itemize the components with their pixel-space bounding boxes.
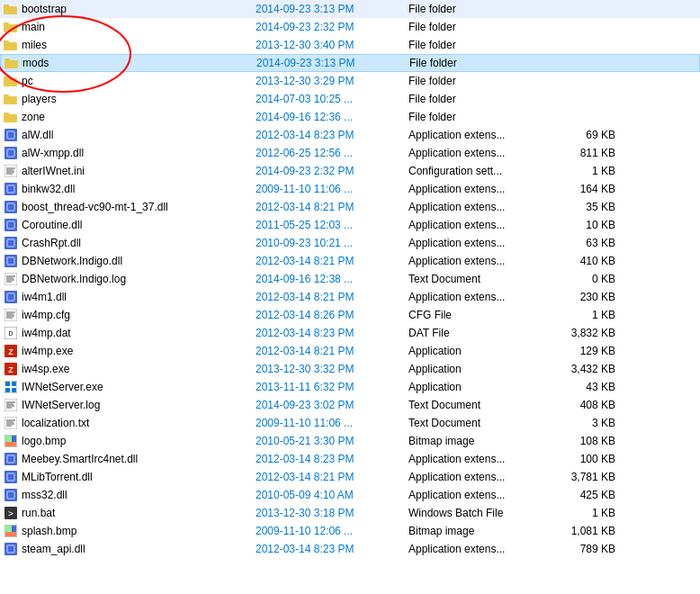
col-name: miles [4, 38, 256, 52]
svg-rect-1 [4, 4, 9, 8]
file-row[interactable]: CrashRpt.dll2010-09-23 10:21 ...Applicat… [0, 234, 700, 252]
col-name: DBNetwork.Indigo.dll [4, 254, 256, 268]
file-row[interactable]: IWNetServer.log2014-09-23 3:02 PMText Do… [0, 396, 700, 414]
file-name: mods [22, 57, 49, 69]
col-size: 129 KB [543, 345, 615, 357]
exe2-icon: Z [4, 344, 18, 358]
col-date: 2014-09-23 2:32 PM [256, 165, 408, 177]
col-size: 10 KB [543, 219, 615, 231]
file-row[interactable]: splash.bmp2009-11-10 12:06 ...Bitmap ima… [0, 522, 700, 540]
col-date: 2013-12-30 3:40 PM [256, 39, 408, 51]
col-date: 2014-09-16 12:38 ... [256, 273, 408, 285]
dll-icon [4, 452, 18, 466]
col-name: Z iw4mp.exe [4, 344, 256, 358]
file-name: players [22, 93, 57, 105]
svg-rect-68 [12, 436, 16, 442]
file-row[interactable]: Coroutine.dll2011-05-25 12:03 ...Applica… [0, 216, 700, 234]
file-row[interactable]: MLibTorrent.dll2012-03-14 8:21 PMApplica… [0, 468, 700, 486]
col-date: 2012-03-14 8:21 PM [256, 255, 408, 267]
folder-icon [4, 74, 18, 88]
file-name: iw4mp.dat [22, 327, 71, 339]
folder-icon [4, 2, 18, 16]
col-size: 3,832 KB [543, 327, 615, 339]
file-row[interactable]: miles2013-12-30 3:40 PMFile folder [0, 36, 700, 54]
col-type: File folder [408, 39, 543, 51]
file-row[interactable]: boost_thread-vc90-mt-1_37.dll2012-03-14 … [0, 198, 700, 216]
col-name: CrashRpt.dll [4, 236, 256, 250]
col-type: Windows Batch File [408, 507, 543, 519]
col-size: 100 KB [543, 453, 615, 465]
svg-rect-13 [4, 112, 9, 116]
file-row[interactable]: zone2014-09-16 12:36 ...File folder [0, 108, 700, 126]
file-row[interactable]: alW.dll2012-03-14 8:23 PMApplication ext… [0, 126, 700, 144]
col-type: File folder [409, 57, 544, 69]
file-name: Meebey.SmartIrc4net.dll [22, 453, 138, 465]
file-row[interactable]: alW-xmpp.dll2012-06-25 12:56 ...Applicat… [0, 144, 700, 162]
file-name: DBNetwork.Indigo.dll [22, 255, 122, 267]
file-row[interactable]: DBNetwork.Indigo.log2014-09-16 12:38 ...… [0, 270, 700, 288]
file-row[interactable]: pc2013-12-30 3:29 PMFile folder [0, 72, 700, 90]
file-row[interactable]: D iw4mp.dat2012-03-14 8:23 PMDAT File3,8… [0, 324, 700, 342]
col-size: 811 KB [543, 147, 615, 159]
col-name: alW.dll [4, 128, 256, 142]
file-row[interactable]: logo.bmp2010-05-21 3:30 PMBitmap image10… [0, 432, 700, 450]
svg-rect-54 [5, 388, 10, 392]
file-row[interactable]: bootstrap2014-09-23 3:13 PMFile folder [0, 0, 700, 18]
svg-rect-69 [5, 442, 16, 446]
col-name: MLibTorrent.dll [4, 470, 256, 484]
svg-text:Z: Z [8, 365, 13, 374]
col-type: Application [408, 363, 543, 375]
file-row[interactable]: Meebey.SmartIrc4net.dll2012-03-14 8:23 P… [0, 450, 700, 468]
svg-rect-33 [4, 273, 17, 285]
col-date: 2012-03-14 8:21 PM [256, 201, 408, 213]
cfg-icon [4, 308, 18, 322]
file-row[interactable]: binkw32.dll2009-11-10 11:06 ...Applicati… [0, 180, 700, 198]
file-row[interactable]: iw4mp.cfg2012-03-14 8:26 PMCFG File1 KB [0, 306, 700, 324]
file-row[interactable]: IWNetServer.exe2013-11-11 6:32 PMApplica… [0, 378, 700, 396]
txt-icon [4, 416, 18, 430]
col-name: mss32.dll [4, 488, 256, 502]
file-name: iw4m1.dll [22, 291, 67, 303]
file-row[interactable]: DBNetwork.Indigo.dll2012-03-14 8:21 PMAp… [0, 252, 700, 270]
file-row[interactable]: mss32.dll2010-05-09 4:10 AMApplication e… [0, 486, 700, 504]
col-type: Application extens... [408, 543, 543, 555]
svg-rect-7 [4, 58, 10, 62]
file-row[interactable]: steam_api.dll2012-03-14 8:23 PMApplicati… [0, 540, 700, 558]
col-name: alterIWnet.ini [4, 164, 256, 178]
col-date: 2012-06-25 12:56 ... [256, 147, 408, 159]
file-row[interactable]: players2014-07-03 10:25 ...File folder [0, 90, 700, 108]
col-size: 35 KB [543, 201, 615, 213]
col-name: alW-xmpp.dll [4, 146, 256, 160]
col-type: Application [408, 345, 543, 357]
col-size: 164 KB [543, 183, 615, 195]
col-size: 3,781 KB [543, 471, 615, 483]
col-type: Text Document [408, 417, 543, 429]
col-type: File folder [408, 75, 543, 87]
bmp-icon [4, 524, 18, 538]
col-size: 230 KB [543, 291, 615, 303]
dll-icon [4, 290, 18, 304]
col-size: 1 KB [543, 165, 615, 177]
file-row[interactable]: localization.txt2009-11-10 11:06 ...Text… [0, 414, 700, 432]
file-row[interactable]: > run.bat2013-12-30 3:18 PMWindows Batch… [0, 504, 700, 522]
svg-text:Z: Z [8, 347, 13, 356]
svg-rect-52 [5, 382, 10, 386]
col-type: Application extens... [408, 147, 543, 159]
file-row[interactable]: main2014-09-23 2:32 PMFile folder [0, 18, 700, 36]
file-row[interactable]: Z iw4mp.exe2012-03-14 8:21 PMApplication… [0, 342, 700, 360]
col-name: IWNetServer.exe [4, 380, 256, 394]
col-size: 425 KB [543, 489, 615, 501]
svg-rect-72 [4, 471, 17, 483]
file-name: alW-xmpp.dll [22, 147, 84, 159]
file-row[interactable]: Z iw4sp.exe2013-12-30 3:32 PMApplication… [0, 360, 700, 378]
col-name: localization.txt [4, 416, 256, 430]
file-row[interactable]: alterIWnet.ini2014-09-23 2:32 PMConfigur… [0, 162, 700, 180]
col-size: 0 KB [543, 273, 615, 285]
file-row[interactable]: iw4m1.dll2012-03-14 8:21 PMApplication e… [0, 288, 700, 306]
col-name: DBNetwork.Indigo.log [4, 272, 256, 286]
dll-icon [4, 218, 18, 232]
exe2-icon: Z [4, 362, 18, 376]
file-row[interactable]: mods2014-09-23 3:13 PMFile folder [0, 54, 700, 72]
col-size: 63 KB [543, 237, 615, 249]
file-name: pc [22, 75, 33, 87]
